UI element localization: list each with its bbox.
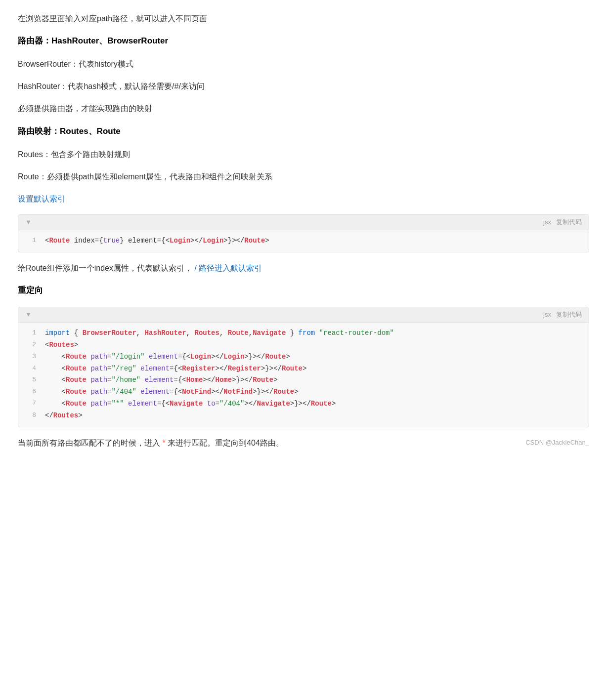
chevron-down-icon: ▼: [25, 217, 32, 228]
copy-code-btn-2[interactable]: 复制代码: [556, 310, 582, 319]
must-provide: 必须提供路由器，才能实现路由的映射: [18, 102, 589, 115]
code-toolbar-2: ▼ jsx 复制代码: [18, 307, 589, 323]
code-toolbar-left-2: ▼: [25, 309, 538, 320]
code-line-2-1: 1 import { BrowserRouter, HashRouter, Ro…: [22, 328, 581, 339]
code-line-2-8: 8 </Routes>: [22, 410, 581, 422]
code-line-2-7: 7 <Route path="*" element={<Navigate to=…: [22, 398, 581, 410]
index-desc: 给Route组件添加一个index属性，代表默认索引， / 路径进入默认索引: [18, 261, 589, 275]
section2-title: 路由映射：Routes、Route: [18, 124, 589, 139]
code-block-2: ▼ jsx 复制代码 1 import { BrowserRouter, Has…: [18, 307, 589, 427]
section1-title: 路由器：HashRouter、BrowserRouter: [18, 34, 589, 48]
code-line-2-5: 5 <Route path="/home" element={<Home></H…: [22, 374, 581, 386]
copy-code-btn-1[interactable]: 复制代码: [556, 218, 582, 227]
code-line-2-3: 3 <Route path="/login" element={<Login><…: [22, 351, 581, 363]
code-line-2-2: 2 <Routes>: [22, 339, 581, 351]
intro-line1: 在浏览器里面输入对应path路径，就可以进入不同页面: [18, 12, 589, 25]
code-line-1-1: 1 <Route index={true} element={<Login></…: [22, 235, 581, 247]
route-desc: Route：必须提供path属性和element属性，代表路由和组件之间映射关系: [18, 170, 589, 183]
code-line-2-4: 4 <Route path="/reg" element={<Register>…: [22, 363, 581, 375]
redirect-title: 重定向: [18, 284, 589, 298]
footer-block: 当前面所有路由都匹配不了的时候，进入 * 来进行匹配。重定向到404路由。 CS…: [18, 436, 589, 450]
routes-desc: Routes：包含多个路由映射规则: [18, 148, 589, 161]
watermark: CSDN @JackieChan_: [525, 437, 589, 448]
code-block-1: ▼ jsx 复制代码 1 <Route index={true} element…: [18, 214, 589, 252]
hash-router-desc: HashRouter：代表hash模式，默认路径需要/#/来访问: [18, 80, 589, 93]
chevron-down-icon-2: ▼: [25, 309, 32, 320]
code-lang-2: jsx: [543, 309, 551, 320]
code-line-2-6: 6 <Route path="/404" element={<NotFind><…: [22, 386, 581, 398]
code-body-2: 1 import { BrowserRouter, HashRouter, Ro…: [18, 323, 589, 426]
code-toolbar-left-1: ▼: [25, 217, 538, 228]
default-index-title: 设置默认索引: [18, 192, 589, 206]
code-lang-1: jsx: [543, 217, 551, 228]
browser-router-desc: BrowserRouter：代表history模式: [18, 57, 589, 71]
code-body-1: 1 <Route index={true} element={<Login></…: [18, 230, 589, 252]
code-toolbar-1: ▼ jsx 复制代码: [18, 215, 589, 230]
